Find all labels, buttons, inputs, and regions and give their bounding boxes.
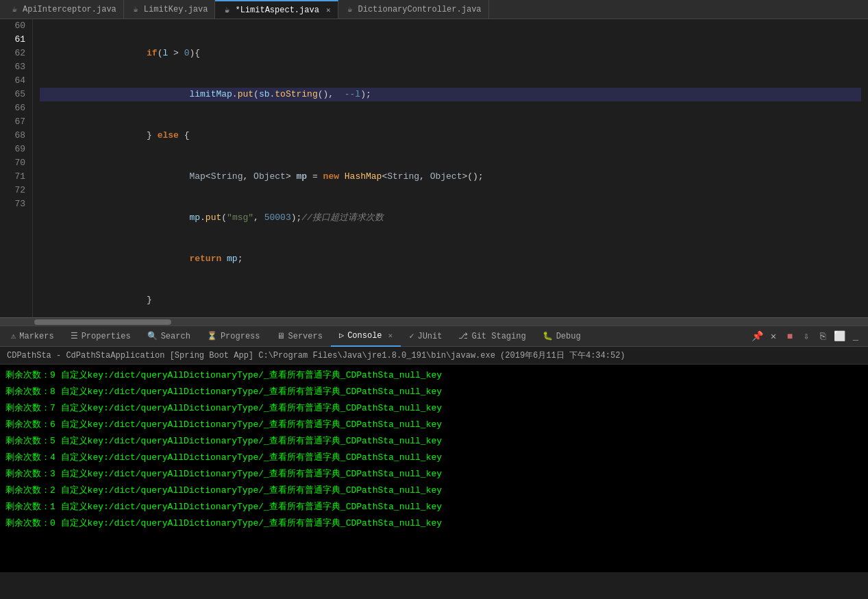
tab-search[interactable]: 🔍 Search bbox=[139, 326, 199, 347]
line-num-72: 72 bbox=[5, 184, 25, 197]
console-line-5: 剩余次数：4 自定义key:/dict/queryAllDictionaryTy… bbox=[5, 450, 863, 466]
console-actions: 📌 ✕ ■ ⇩ ⎘ ⬜ _ bbox=[750, 330, 868, 343]
java-icon: ☕ bbox=[10, 5, 19, 14]
code-text[interactable]: if(l > 0){ limitMap.put(sb.toString(), -… bbox=[33, 19, 868, 317]
code-editor: 60 61 62 63 64 65 66 67 68 69 70 71 72 7… bbox=[0, 19, 868, 317]
horizontal-scrollbar[interactable] bbox=[0, 317, 868, 326]
console-line-8: 剩余次数：1 自定义key:/dict/queryAllDictionaryTy… bbox=[5, 499, 863, 515]
scrollbar-thumb[interactable] bbox=[34, 319, 171, 325]
console-line-1: 剩余次数：8 自定义key:/dict/queryAllDictionaryTy… bbox=[5, 384, 863, 400]
properties-icon: ☰ bbox=[71, 331, 78, 341]
pin-icon[interactable]: 📌 bbox=[750, 330, 764, 343]
console-icon: ▷ bbox=[339, 330, 344, 341]
close-icon[interactable]: ✕ bbox=[326, 5, 331, 14]
console-line-2: 剩余次数：7 自定义key:/dict/queryAllDictionaryTy… bbox=[5, 400, 863, 417]
line-num-62: 62 bbox=[5, 47, 25, 60]
console-line-9: 剩余次数：0 自定义key:/dict/queryAllDictionaryTy… bbox=[5, 515, 863, 532]
maximize-icon[interactable]: ⬜ bbox=[832, 330, 846, 343]
tab-markers[interactable]: ⚠ Markers bbox=[3, 326, 62, 347]
line-num-66: 66 bbox=[5, 101, 25, 115]
line-num-64: 64 bbox=[5, 74, 25, 88]
bottom-tab-bar: ⚠ Markers ☰ Properties 🔍 Search ⏳ Progre… bbox=[0, 326, 868, 347]
code-line-63: Map<String, Object> mp = new HashMap<Str… bbox=[40, 170, 861, 184]
code-line-66: } bbox=[40, 293, 861, 307]
line-num-71: 71 bbox=[5, 170, 25, 184]
console-line-7: 剩余次数：2 自定义key:/dict/queryAllDictionaryTy… bbox=[5, 482, 863, 499]
console-line-4: 剩余次数：5 自定义key:/dict/queryAllDictionaryTy… bbox=[5, 433, 863, 450]
code-line-62: } else { bbox=[40, 129, 861, 143]
line-numbers: 60 61 62 63 64 65 66 67 68 69 70 71 72 7… bbox=[0, 19, 33, 317]
code-line-60: if(l > 0){ bbox=[40, 47, 861, 60]
java-icon-3: ☕ bbox=[222, 5, 232, 15]
minimize-icon[interactable]: _ bbox=[849, 330, 863, 343]
git-icon: ⎇ bbox=[458, 331, 468, 341]
console-line-6: 剩余次数：3 自定义key:/dict/queryAllDictionaryTy… bbox=[5, 466, 863, 482]
code-line-65: return mp; bbox=[40, 252, 861, 266]
line-num-73: 73 bbox=[5, 197, 25, 211]
line-num-60: 60 bbox=[5, 19, 25, 33]
search-icon: 🔍 bbox=[147, 331, 158, 341]
tab-debug[interactable]: 🐛 Debug bbox=[534, 326, 589, 347]
stop-icon[interactable]: ■ bbox=[783, 330, 797, 343]
tab-progress[interactable]: ⏳ Progress bbox=[199, 326, 269, 347]
clear-console-icon[interactable]: ✕ bbox=[767, 330, 780, 343]
tab-junit[interactable]: ✓ JUnit bbox=[401, 326, 450, 347]
close-console-icon[interactable]: ✕ bbox=[388, 331, 393, 340]
tab-console[interactable]: ▷ Console ✕ bbox=[331, 326, 401, 347]
progress-icon: ⏳ bbox=[207, 331, 217, 341]
console-line-0: 剩余次数：9 自定义key:/dict/queryAllDictionaryTy… bbox=[5, 367, 863, 384]
tab-properties[interactable]: ☰ Properties bbox=[62, 326, 139, 347]
line-num-65: 65 bbox=[5, 88, 25, 101]
junit-icon: ✓ bbox=[409, 331, 414, 341]
debug-icon: 🐛 bbox=[543, 331, 553, 341]
scroll-lock-icon[interactable]: ⇩ bbox=[799, 330, 813, 343]
line-num-67: 67 bbox=[5, 115, 25, 129]
line-num-70: 70 bbox=[5, 156, 25, 170]
tab-limit-aspect[interactable]: ☕ *LimitAspect.java ✕ bbox=[215, 0, 338, 19]
line-num-63: 63 bbox=[5, 60, 25, 74]
tab-api-interceptor[interactable]: ☕ ApiInterceptor.java bbox=[3, 0, 124, 19]
java-icon-4: ☕ bbox=[345, 5, 355, 14]
tab-dictionary-controller[interactable]: ☕ DictionaryController.java bbox=[338, 0, 489, 19]
java-icon-2: ☕ bbox=[131, 5, 140, 14]
line-num-69: 69 bbox=[5, 143, 25, 156]
console-output[interactable]: 剩余次数：9 自定义key:/dict/queryAllDictionaryTy… bbox=[0, 365, 868, 572]
console-line-3: 剩余次数：6 自定义key:/dict/queryAllDictionaryTy… bbox=[5, 417, 863, 433]
line-num-61: 61 bbox=[5, 33, 25, 47]
code-line-61: limitMap.put(sb.toString(), --l); bbox=[40, 88, 861, 101]
code-line-64: mp.put("msg", 50003);//接口超过请求次数 bbox=[40, 211, 861, 225]
tab-limit-key[interactable]: ☕ LimitKey.java bbox=[124, 0, 216, 19]
markers-icon: ⚠ bbox=[11, 331, 16, 341]
line-num-68: 68 bbox=[5, 129, 25, 143]
tab-git-staging[interactable]: ⎇ Git Staging bbox=[450, 326, 534, 347]
servers-icon: 🖥 bbox=[277, 331, 285, 341]
bottom-panel: ⚠ Markers ☰ Properties 🔍 Search ⏳ Progre… bbox=[0, 326, 868, 572]
editor-tab-bar: ☕ ApiInterceptor.java ☕ LimitKey.java ☕ … bbox=[0, 0, 868, 19]
tab-servers[interactable]: 🖥 Servers bbox=[269, 326, 331, 347]
console-header: CDPathSta - CdPathStaApplication [Spring… bbox=[0, 347, 868, 365]
copy-icon[interactable]: ⎘ bbox=[816, 330, 830, 343]
